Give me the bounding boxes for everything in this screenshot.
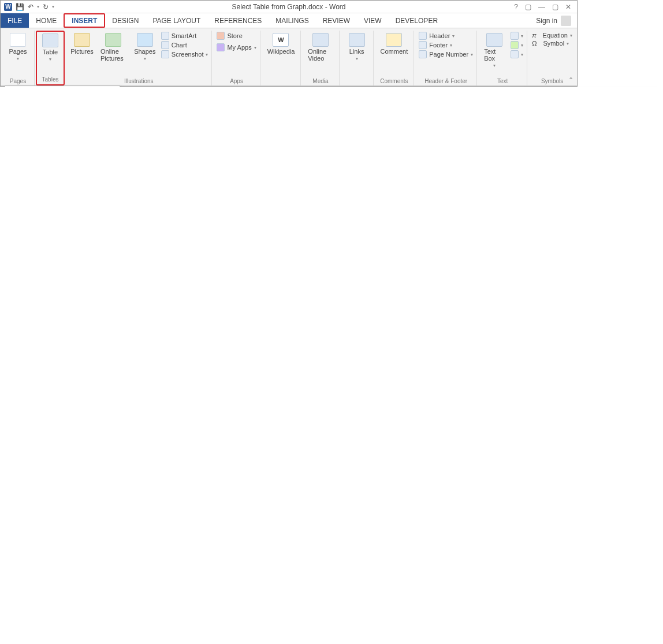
window-title: Select Table from Graph.docx - Word <box>232 3 346 11</box>
group-label-illustrations: Illustrations <box>69 77 208 85</box>
maximize-button[interactable]: ▢ <box>552 3 558 11</box>
titlebar: W 💾 ↶ ▾ ↻ ▾ Select Table from Graph.docx… <box>1 1 577 13</box>
tab-home[interactable]: HOME <box>29 13 64 28</box>
group-label-pages: Pages <box>5 77 31 85</box>
group-label-media: Media <box>306 77 335 85</box>
group-label-apps: Apps <box>217 77 256 85</box>
tab-insert[interactable]: INSERT <box>64 13 105 28</box>
online-video-button[interactable]: Online Video <box>306 32 335 63</box>
footer-button[interactable]: Footer▾ <box>419 41 473 49</box>
tab-page-layout[interactable]: PAGE LAYOUT <box>146 13 207 28</box>
tab-review[interactable]: REVIEW <box>316 13 357 28</box>
group-label-comments: Comments <box>378 77 411 85</box>
dropdown-header: Insert Table <box>5 86 120 87</box>
group-label-symbols: Symbols <box>532 77 572 85</box>
myapps-button[interactable]: My Apps ▾ <box>217 43 256 51</box>
help-button[interactable]: ? <box>514 3 518 11</box>
group-label-hf: Header & Footer <box>419 77 473 85</box>
tab-developer[interactable]: DEVELOPER <box>389 13 445 28</box>
close-button[interactable]: ✕ <box>565 3 571 11</box>
wikipedia-button[interactable]: WWikipedia <box>265 32 297 56</box>
text-box-button[interactable]: Text Box▾ <box>482 32 507 69</box>
symbol-button[interactable]: Ω Symbol▾ <box>532 40 572 47</box>
group-label-text: Text <box>482 77 523 85</box>
word-icon: W <box>4 3 12 11</box>
redo-icon[interactable]: ↻ <box>43 3 49 11</box>
screenshot-button[interactable]: Screenshot▾ <box>161 50 208 58</box>
avatar-icon <box>561 16 571 26</box>
ribbon-tabs: FILE HOME INSERT DESIGN PAGE LAYOUT REFE… <box>1 13 577 28</box>
table-dropdown: Insert Table Insert Table... Draw Table … <box>5 85 120 87</box>
signin-link[interactable]: Sign in <box>536 17 557 25</box>
pages-button[interactable]: Pages ▾ <box>5 32 31 62</box>
quick-parts-button[interactable]: ▾ <box>511 32 523 40</box>
links-button[interactable]: Links▾ <box>344 32 370 62</box>
group-label-tables: Tables <box>38 75 63 84</box>
tab-design[interactable]: DESIGN <box>105 13 146 28</box>
dropcap-button[interactable]: ▾ <box>511 50 523 58</box>
comment-button[interactable]: Comment <box>378 32 411 56</box>
minimize-button[interactable]: — <box>538 3 545 11</box>
tab-mailings[interactable]: MAILINGS <box>269 13 315 28</box>
undo-icon[interactable]: ↶ <box>28 3 33 11</box>
store-button[interactable]: Store <box>217 32 256 40</box>
smartart-button[interactable]: SmartArt <box>161 32 208 40</box>
equation-button[interactable]: π Equation▾ <box>532 32 572 39</box>
collapse-ribbon-icon[interactable]: ⌃ <box>568 76 573 84</box>
shapes-button[interactable]: Shapes▾ <box>132 32 158 62</box>
chart-button[interactable]: Chart <box>161 41 208 49</box>
quick-access-toolbar: W 💾 ↶ ▾ ↻ ▾ <box>1 3 58 11</box>
save-icon[interactable]: 💾 <box>16 3 24 11</box>
pictures-button[interactable]: Pictures <box>69 32 95 56</box>
page-number-button[interactable]: Page Number▾ <box>419 50 473 58</box>
tab-view[interactable]: VIEW <box>357 13 389 28</box>
ribbon-display-button[interactable]: ▢ <box>525 3 531 11</box>
tab-file[interactable]: FILE <box>1 13 29 28</box>
tab-references[interactable]: REFERENCES <box>207 13 269 28</box>
online-pictures-button[interactable]: Online Pictures <box>98 32 129 63</box>
wordart-button[interactable]: ▾ <box>511 41 523 49</box>
table-button[interactable]: Table ▾ <box>38 32 63 63</box>
header-button[interactable]: Header▾ <box>419 32 473 40</box>
ribbon-insert: Pages ▾ Pages Table ▾ Tables Pictures On… <box>1 28 577 86</box>
